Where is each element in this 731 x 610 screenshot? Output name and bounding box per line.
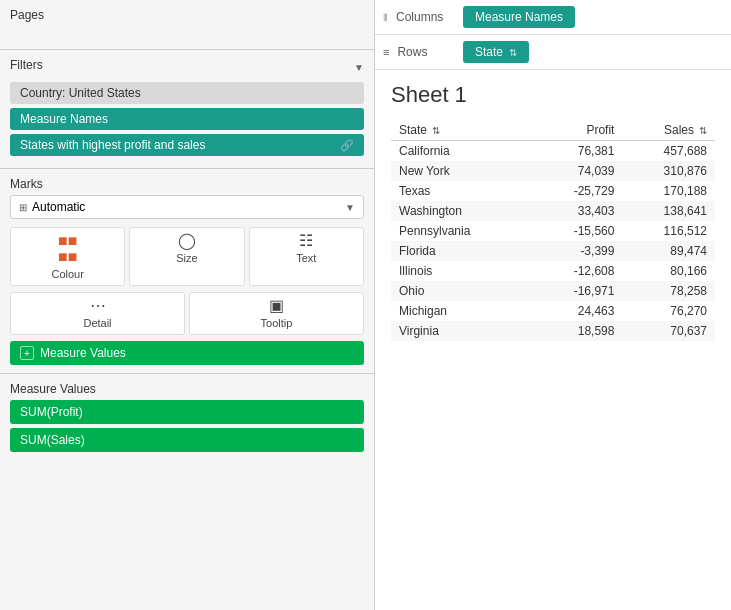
sheet-area: Sheet 1 State ⇅ Profit xyxy=(375,70,731,610)
profit-cell: -3,399 xyxy=(530,241,623,261)
marks-type-dropdown[interactable]: ⊞ Automatic ▼ xyxy=(10,195,364,219)
filters-header: Filters ▼ xyxy=(10,58,364,76)
chain-icon: 🔗 xyxy=(340,139,354,152)
profit-cell: 18,598 xyxy=(530,321,623,341)
rows-row: ≡ Rows State ⇅ xyxy=(375,35,731,70)
state-cell: Florida xyxy=(391,241,530,261)
columns-pill[interactable]: Measure Names xyxy=(463,6,575,28)
state-cell: Illinois xyxy=(391,261,530,281)
sales-cell: 70,637 xyxy=(622,321,715,341)
table-row: Virginia18,59870,637 xyxy=(391,321,715,341)
profit-cell: 76,381 xyxy=(530,141,623,162)
colour-icon: ■■■■ xyxy=(58,233,77,265)
profit-cell: 33,403 xyxy=(530,201,623,221)
state-cell: Pennsylvania xyxy=(391,221,530,241)
right-panel: ⦀ Columns Measure Names ≡ Rows State ⇅ S… xyxy=(375,0,731,610)
table-row: Michigan24,46376,270 xyxy=(391,301,715,321)
rows-pill[interactable]: State ⇅ xyxy=(463,41,529,63)
sheet-title: Sheet 1 xyxy=(391,82,715,108)
measure-values-pill[interactable]: + Measure Values xyxy=(10,341,364,365)
sales-cell: 457,688 xyxy=(622,141,715,162)
size-mark[interactable]: ◯ Size xyxy=(129,227,244,286)
state-cell: New York xyxy=(391,161,530,181)
table-row: Pennsylvania-15,560116,512 xyxy=(391,221,715,241)
size-icon: ◯ xyxy=(178,233,196,249)
marks-section: Marks ⊞ Automatic ▼ ■■■■ Colour ◯ Size ☷… xyxy=(0,169,374,374)
marks-grid: ■■■■ Colour ◯ Size ☷ Text xyxy=(10,227,364,286)
sales-header: Sales ⇅ xyxy=(622,120,715,141)
marks-bottom-grid: ⋯ Detail ▣ Tooltip xyxy=(10,292,364,335)
tooltip-label: Tooltip xyxy=(261,317,293,329)
table-row: Ohio-16,97178,258 xyxy=(391,281,715,301)
columns-icon: ⦀ xyxy=(383,11,388,24)
left-panel: Pages Filters ▼ Country: United States M… xyxy=(0,0,375,610)
state-filter-icon[interactable]: ⇅ xyxy=(432,125,440,136)
sales-cell: 89,474 xyxy=(622,241,715,261)
columns-row: ⦀ Columns Measure Names xyxy=(375,0,731,35)
sort-icon: ⇅ xyxy=(509,47,517,58)
marks-dropdown-left: ⊞ Automatic xyxy=(19,200,85,214)
filters-section: Filters ▼ Country: United States Measure… xyxy=(0,50,374,169)
filter-measure-names[interactable]: Measure Names xyxy=(10,108,364,130)
colour-mark[interactable]: ■■■■ Colour xyxy=(10,227,125,286)
state-cell: Texas xyxy=(391,181,530,201)
colour-label: Colour xyxy=(51,268,83,280)
table-row: Washington33,403138,641 xyxy=(391,201,715,221)
text-label: Text xyxy=(296,252,316,264)
automatic-icon: ⊞ xyxy=(19,202,27,213)
marks-label: Marks xyxy=(10,177,364,191)
sum-sales-pill[interactable]: SUM(Sales) xyxy=(10,428,364,452)
filter-states[interactable]: States with highest profit and sales 🔗 xyxy=(10,134,364,156)
table-header-row: State ⇅ Profit Sales ⇅ xyxy=(391,120,715,141)
profit-cell: -15,560 xyxy=(530,221,623,241)
state-cell: Ohio xyxy=(391,281,530,301)
sum-profit-pill[interactable]: SUM(Profit) xyxy=(10,400,364,424)
state-cell: Virginia xyxy=(391,321,530,341)
sales-cell: 116,512 xyxy=(622,221,715,241)
profit-cell: -12,608 xyxy=(530,261,623,281)
measure-values-section-label: Measure Values xyxy=(10,382,364,396)
table-row: Texas-25,729170,188 xyxy=(391,181,715,201)
tooltip-mark[interactable]: ▣ Tooltip xyxy=(189,292,364,335)
sales-cell: 80,166 xyxy=(622,261,715,281)
profit-header: Profit xyxy=(530,120,623,141)
table-row: California76,381457,688 xyxy=(391,141,715,162)
profit-cell: -16,971 xyxy=(530,281,623,301)
sales-cell: 138,641 xyxy=(622,201,715,221)
table-row: Florida-3,39989,474 xyxy=(391,241,715,261)
measure-values-label: Measure Values xyxy=(40,346,126,360)
table-row: New York74,039310,876 xyxy=(391,161,715,181)
detail-label: Detail xyxy=(83,317,111,329)
table-body: California76,381457,688New York74,039310… xyxy=(391,141,715,342)
filter-country[interactable]: Country: United States xyxy=(10,82,364,104)
filters-dropdown-arrow[interactable]: ▼ xyxy=(354,62,364,73)
text-icon: ☷ xyxy=(299,233,313,249)
sales-cell: 78,258 xyxy=(622,281,715,301)
detail-icon: ⋯ xyxy=(90,298,106,314)
sales-cell: 170,188 xyxy=(622,181,715,201)
columns-label: ⦀ Columns xyxy=(383,10,463,24)
sales-filter-icon[interactable]: ⇅ xyxy=(699,125,707,136)
automatic-label: Automatic xyxy=(32,200,85,214)
measure-values-section: Measure Values SUM(Profit) SUM(Sales) xyxy=(0,374,374,610)
state-cell: Washington xyxy=(391,201,530,221)
pages-label: Pages xyxy=(10,8,364,22)
size-label: Size xyxy=(176,252,197,264)
tooltip-icon: ▣ xyxy=(269,298,284,314)
plus-icon: + xyxy=(20,346,34,360)
profit-cell: 74,039 xyxy=(530,161,623,181)
state-cell: California xyxy=(391,141,530,162)
pages-section: Pages xyxy=(0,0,374,50)
rows-label: ≡ Rows xyxy=(383,45,463,59)
state-header: State ⇅ xyxy=(391,120,530,141)
profit-cell: 24,463 xyxy=(530,301,623,321)
table-row: Illinois-12,60880,166 xyxy=(391,261,715,281)
data-table: State ⇅ Profit Sales ⇅ xyxy=(391,120,715,341)
text-mark[interactable]: ☷ Text xyxy=(249,227,364,286)
sales-cell: 76,270 xyxy=(622,301,715,321)
detail-mark[interactable]: ⋯ Detail xyxy=(10,292,185,335)
marks-dropdown-arrow: ▼ xyxy=(345,202,355,213)
filters-label: Filters xyxy=(10,58,43,72)
profit-cell: -25,729 xyxy=(530,181,623,201)
state-cell: Michigan xyxy=(391,301,530,321)
